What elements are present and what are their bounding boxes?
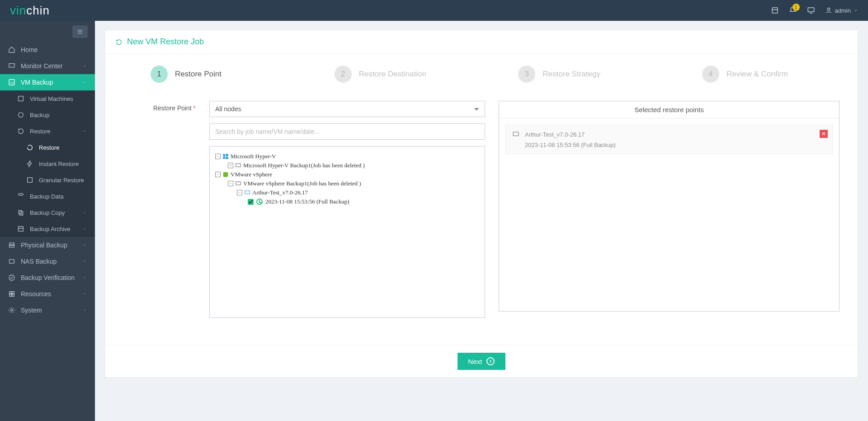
restore-point-tree[interactable]: Microsoft Hyper-V Microsoft Hyper-V Back… (209, 146, 485, 318)
sidebar-item-physical-backup[interactable]: Physical Backup (0, 237, 95, 253)
tree-node-hyperv-job[interactable]: Microsoft Hyper-V Backup1(Job has been d… (228, 161, 479, 170)
svg-point-22 (9, 275, 14, 280)
svg-rect-25 (9, 294, 12, 297)
svg-rect-2 (808, 8, 814, 12)
collapse-icon[interactable] (215, 172, 221, 177)
sidebar-item-resources[interactable]: Resources (0, 286, 95, 302)
user-icon (825, 7, 832, 14)
selected-point-text: 2023-11-08 15:53:56 (Full Backup) (525, 142, 826, 148)
monitor-icon[interactable] (807, 6, 815, 14)
top-bar: vinchin 1 admin (0, 0, 868, 21)
copy-icon (17, 209, 24, 216)
remove-selection-button[interactable]: ✕ (820, 130, 828, 138)
tree-label-vsphere: VMware vSphere (231, 171, 272, 178)
chevron-left-icon (82, 210, 87, 215)
tree-node-point[interactable]: 2023-11-08 15:53:56 (Full Backup) (248, 197, 479, 206)
next-button[interactable]: Next (458, 353, 506, 370)
notification-count: 1 (793, 4, 800, 11)
sidebar-item-vm-backup[interactable]: VM VM Backup (0, 74, 95, 90)
svg-point-27 (11, 309, 13, 311)
tasks-icon[interactable] (771, 6, 779, 14)
sidebar: Home Monitor Center VM VM Backup Virtual… (0, 21, 95, 421)
svg-rect-21 (9, 260, 14, 263)
step-number-3: 3 (518, 66, 535, 83)
expand-icon[interactable] (228, 163, 233, 168)
wizard-step-1[interactable]: 1 Restore Point (151, 66, 335, 83)
gear-icon (8, 307, 15, 314)
data-icon (17, 193, 24, 200)
sidebar-item-instant-restore[interactable]: Instant Restore (0, 156, 95, 172)
home-icon (8, 46, 15, 53)
wizard-steps: 1 Restore Point 2 Restore Destination 3 … (123, 66, 840, 83)
menu-icon (76, 28, 84, 35)
monitor-center-icon (8, 62, 15, 70)
step-label-3: Restore Strategy (542, 70, 600, 79)
sidebar-item-backup-copy[interactable]: Backup Copy (0, 204, 95, 221)
step-label-4: Review & Confirm (726, 70, 788, 79)
svg-rect-28 (223, 154, 225, 156)
sidebar-item-backup-archive[interactable]: Backup Archive (0, 221, 95, 237)
job-icon (235, 162, 241, 169)
tree-node-vm[interactable]: Arthur-Test_v7.0-26.17 (237, 188, 479, 197)
sidebar-label-restore: Restore (30, 128, 51, 135)
svg-rect-13 (28, 178, 33, 183)
step-number-4: 4 (702, 66, 719, 83)
vm-card-icon (512, 131, 519, 138)
svg-rect-34 (236, 182, 241, 185)
chevron-left-icon (82, 64, 87, 68)
wizard-step-3[interactable]: 3 Restore Strategy (518, 66, 702, 83)
wizard-step-2[interactable]: 2 Restore Destination (335, 66, 519, 83)
sidebar-item-backup-verification[interactable]: Backup Verification (0, 270, 95, 286)
collapse-icon[interactable] (237, 190, 242, 195)
sidebar-item-backup-data[interactable]: Backup Data (0, 188, 95, 204)
sidebar-item-restore[interactable]: Restore (0, 123, 95, 139)
vmware-icon (222, 171, 229, 178)
restore-sub-icon (26, 144, 33, 151)
sidebar-label-backup-archive: Backup Archive (30, 226, 71, 232)
tree-node-vsphere-job[interactable]: VMware vSphere Backup1(Job has been dele… (228, 179, 479, 188)
sidebar-item-home[interactable]: Home (0, 42, 95, 58)
vm-small-icon (244, 189, 250, 196)
sidebar-label-system: System (21, 307, 42, 314)
step-number-2: 2 (335, 66, 352, 83)
svg-rect-19 (9, 243, 14, 245)
sidebar-item-nas-backup[interactable]: NAS Backup (0, 253, 95, 270)
svg-point-12 (19, 113, 24, 118)
svg-point-4 (827, 8, 830, 10)
brand-logo: vinchin (10, 4, 50, 18)
svg-rect-32 (236, 164, 241, 167)
sidebar-item-virtual-machines[interactable]: Virtual Machines (0, 90, 95, 107)
tree-node-vsphere[interactable]: VMware vSphere (215, 170, 479, 179)
svg-rect-26 (12, 294, 14, 297)
verify-icon (8, 274, 15, 281)
collapse-icon[interactable] (215, 154, 221, 159)
tree-node-hyperv[interactable]: Microsoft Hyper-V (215, 152, 479, 161)
collapse-icon[interactable] (228, 181, 233, 186)
tree-label-vsphere-job: VMware vSphere Backup1(Job has been dele… (243, 180, 361, 187)
sidebar-item-monitor[interactable]: Monitor Center (0, 58, 95, 74)
user-menu[interactable]: admin (825, 7, 858, 14)
sidebar-label-nas: NAS Backup (21, 258, 57, 265)
chevron-left-icon (82, 308, 87, 312)
svg-rect-23 (9, 292, 12, 294)
sidebar-item-system[interactable]: System (0, 302, 95, 318)
sidebar-collapse-button[interactable] (72, 25, 88, 38)
sidebar-item-granular-restore[interactable]: Granular Restore (0, 172, 95, 188)
svg-rect-18 (19, 228, 24, 232)
next-label: Next (468, 358, 482, 365)
granular-icon (26, 176, 33, 184)
sidebar-label-vm-backup: VM Backup (21, 79, 53, 86)
sidebar-label-backup-copy: Backup Copy (30, 209, 65, 216)
restore-point-checkbox[interactable] (248, 199, 254, 205)
step-label-2: Restore Destination (359, 70, 426, 79)
sidebar-item-backup[interactable]: Backup (0, 107, 95, 123)
search-input[interactable] (209, 123, 485, 140)
wizard-step-4[interactable]: 4 Review & Confirm (702, 66, 812, 83)
selected-vm-name: Arthur-Test_v7.0-26.17 (525, 131, 585, 138)
sidebar-label-backup: Backup (30, 112, 49, 118)
node-select[interactable]: All nodes (209, 101, 485, 117)
tree-label-hyperv: Microsoft Hyper-V (231, 153, 276, 160)
sidebar-item-restore-sub[interactable]: Restore (0, 139, 95, 156)
notification-bell-icon[interactable]: 1 (789, 6, 797, 14)
refresh-icon (115, 38, 123, 46)
